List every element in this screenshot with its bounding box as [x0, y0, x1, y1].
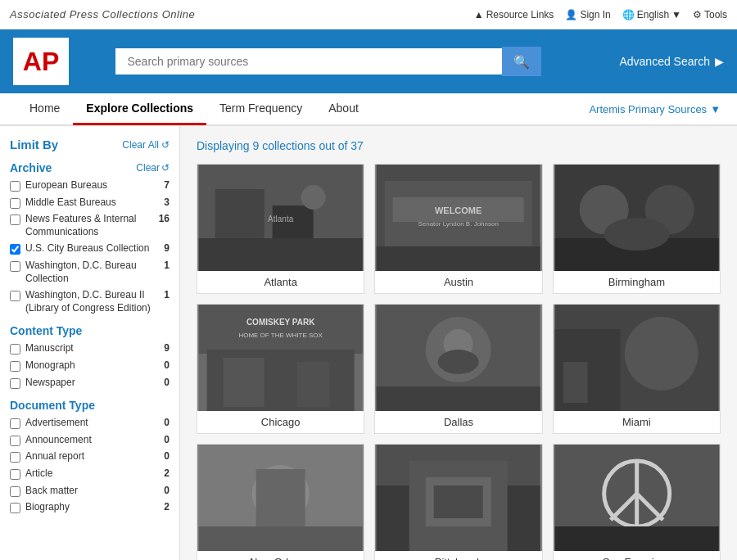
doc-type-filter-annual-report: Annual report 0: [10, 450, 170, 463]
gear-icon: ⚙: [693, 9, 702, 20]
collection-label-pittsburgh: Pittsburgh: [375, 551, 541, 560]
content-area: Displaying 9 collections out of 37 Atlan…: [180, 126, 737, 560]
doc-type-count-back-matter: 0: [156, 485, 170, 496]
search-input[interactable]: [115, 48, 502, 75]
archive-checkbox-european-bureaus[interactable]: [10, 181, 20, 192]
collection-card-birmingham[interactable]: Birmingham: [553, 164, 721, 294]
resource-links-btn[interactable]: ▲ Resource Links: [474, 9, 554, 20]
svg-rect-22: [224, 358, 265, 407]
doc-type-checkbox-announcement[interactable]: [10, 436, 20, 446]
content-type-label-manuscript: Manuscript: [25, 342, 151, 355]
doc-type-checkbox-article[interactable]: [10, 469, 20, 480]
ap-logo: AP: [23, 48, 59, 75]
archive-label-washington-dc-bureau-ii: Washington, D.C. Bureau II (Library of C…: [25, 289, 151, 314]
collection-img-san-francisco: [554, 445, 720, 551]
archive-filter-washington-dc-bureau: Washington, D.C. Bureau Collection 1: [10, 260, 170, 285]
language-btn[interactable]: 🌐 English ▼: [622, 9, 681, 20]
doc-type-count-biography: 2: [156, 501, 170, 513]
document-type-title: Document Type: [10, 399, 95, 412]
content-type-label-newspaper: Newspaper: [25, 377, 151, 390]
doc-type-checkbox-annual-report[interactable]: [10, 452, 20, 463]
doc-type-checkbox-back-matter[interactable]: [10, 486, 20, 497]
svg-text:COMISKEY PARK: COMISKEY PARK: [246, 318, 315, 327]
advanced-search-btn[interactable]: Advanced Search ▶: [619, 55, 724, 68]
top-bar: Associated Press Collections Online ▲ Re…: [0, 0, 737, 29]
search-button[interactable]: 🔍: [502, 47, 541, 76]
nav-links: Home Explore Collections Term Frequency …: [16, 93, 589, 125]
header: AP 🔍 Advanced Search ▶: [0, 29, 737, 93]
sign-in-btn[interactable]: 👤 Sign In: [565, 9, 610, 20]
svg-rect-32: [563, 362, 587, 403]
doc-type-filter-announcement: Announcement 0: [10, 434, 170, 447]
svg-point-16: [604, 218, 669, 251]
nav-explore-collections[interactable]: Explore Collections: [73, 93, 206, 125]
tools-btn[interactable]: ⚙ Tools: [693, 9, 727, 20]
collection-card-chicago[interactable]: COMISKEY PARK HOME OF THE WHITE SOX Chic…: [197, 304, 364, 434]
collection-card-san-francisco[interactable]: San Francisco: [553, 444, 721, 560]
collection-label-new-orleans: New Orleans: [197, 551, 364, 560]
svg-text:Senator Lyndon B. Johnson: Senator Lyndon B. Johnson: [418, 220, 499, 228]
content-type-checkbox-monograph[interactable]: [10, 361, 20, 372]
content-type-title: Content Type: [10, 324, 82, 337]
artemis-primary-sources-btn[interactable]: Artemis Primary Sources ▼: [589, 103, 721, 115]
doc-type-label-annual-report: Annual report: [25, 450, 151, 463]
archive-count-european-bureaus: 7: [156, 179, 170, 191]
archive-filter-us-city-bureaus: U.S. City Bureaus Collection 9: [10, 242, 170, 255]
archive-count-washington-dc-bureau: 1: [156, 260, 170, 271]
archive-checkbox-middle-east-bureaus[interactable]: [10, 198, 20, 209]
collection-card-austin[interactable]: WELCOME Senator Lyndon B. Johnson Austin: [374, 164, 542, 294]
archive-checkbox-us-city-bureaus[interactable]: [10, 244, 20, 255]
svg-rect-48: [554, 526, 718, 551]
collection-card-new-orleans[interactable]: New Orleans: [197, 444, 364, 560]
content-type-checkbox-manuscript[interactable]: [10, 344, 20, 355]
svg-rect-41: [434, 485, 483, 518]
archive-section-header: Archive Clear ↺: [10, 161, 170, 174]
content-type-filter-monograph: Monograph 0: [10, 359, 170, 373]
nav-home[interactable]: Home: [16, 93, 73, 125]
content-type-count-monograph: 0: [156, 359, 170, 371]
doc-type-checkbox-advertisement[interactable]: [10, 418, 20, 429]
doc-type-filter-article: Article 2: [10, 467, 170, 481]
doc-type-count-article: 2: [156, 467, 170, 479]
collection-label-miami: Miami: [554, 411, 720, 433]
doc-type-label-back-matter: Back matter: [25, 485, 151, 498]
content-type-label-monograph: Monograph: [25, 359, 151, 373]
chevron-down-icon: ▼: [671, 9, 681, 20]
archive-filter-washington-dc-bureau-ii: Washington, D.C. Bureau II (Library of C…: [10, 289, 170, 314]
collection-img-atlanta: Atlanta: [197, 165, 364, 271]
collection-card-atlanta[interactable]: Atlanta Atlanta: [197, 164, 364, 294]
document-type-section-header: Document Type: [10, 399, 170, 412]
svg-rect-23: [297, 362, 330, 407]
collection-card-pittsburgh[interactable]: Pittsburgh: [374, 444, 542, 560]
chevron-down-icon: ▼: [710, 103, 721, 115]
archive-checkbox-washington-dc-bureau[interactable]: [10, 261, 20, 272]
collection-label-chicago: Chicago: [197, 411, 364, 433]
doc-type-checkbox-biography[interactable]: [10, 503, 20, 513]
svg-text:WELCOME: WELCOME: [435, 205, 482, 215]
nav-about[interactable]: About: [315, 93, 372, 125]
collection-card-miami[interactable]: Miami: [553, 304, 721, 434]
collection-img-pittsburgh: [375, 445, 541, 551]
collection-card-dallas[interactable]: Dallas: [374, 304, 542, 434]
archive-label-european-bureaus: European Bureaus: [25, 179, 151, 192]
content-type-checkbox-newspaper[interactable]: [10, 378, 20, 389]
archive-filter-middle-east-bureaus: Middle East Bureaus 3: [10, 196, 170, 210]
limit-by-header: Limit By Clear All ↺: [10, 138, 170, 151]
collection-label-san-francisco: San Francisco: [554, 551, 720, 560]
collection-img-new-orleans: [197, 445, 364, 551]
displaying-text: Displaying 9 collections out of 37: [197, 139, 721, 152]
archive-checkbox-news-features[interactable]: [10, 215, 20, 225]
nav-term-frequency[interactable]: Term Frequency: [206, 93, 315, 125]
collection-img-miami: [554, 305, 720, 411]
archive-checkbox-washington-dc-bureau-ii[interactable]: [10, 291, 20, 301]
archive-clear-btn[interactable]: Clear ↺: [136, 162, 170, 174]
clear-all-button[interactable]: Clear All ↺: [122, 139, 170, 151]
archive-title: Archive: [10, 161, 52, 174]
site-title: Associated Press Collections Online: [10, 8, 195, 20]
svg-rect-18: [199, 305, 363, 354]
collection-label-austin: Austin: [375, 271, 541, 293]
collection-img-birmingham: [554, 165, 720, 271]
doc-type-count-announcement: 0: [156, 434, 170, 445]
doc-type-count-annual-report: 0: [156, 450, 170, 462]
search-area: 🔍: [115, 47, 541, 76]
